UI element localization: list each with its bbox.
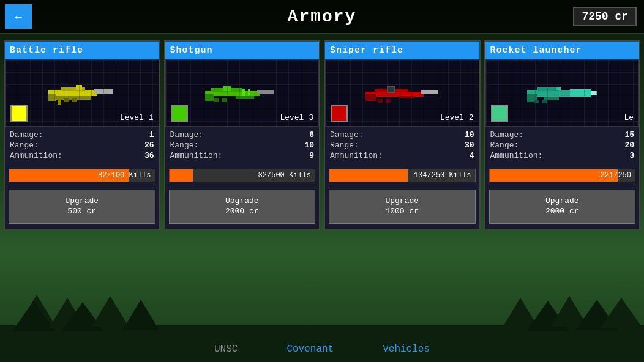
svg-rect-43: [570, 89, 591, 97]
svg-rect-47: [534, 100, 539, 103]
kills-bar-sniper: 134/250 Kills: [329, 169, 476, 182]
weapon-image-shotgun: Level 3: [165, 59, 320, 127]
level-badge-shotgun: Level 3: [280, 113, 313, 122]
color-swatch-sniper: [331, 105, 348, 122]
nav-covenant[interactable]: Covenant: [286, 344, 334, 355]
kills-fill-shotgun: [170, 169, 193, 182]
stat-range: Range: 26: [10, 141, 154, 150]
kills-text-rocket: 221/250: [601, 171, 635, 180]
stat-damage: Damage: 1: [10, 130, 154, 139]
stat-damage: Damage: 15: [490, 130, 635, 139]
card-header-battle-rifle: Battle rifle: [5, 42, 159, 59]
stats-rocket: Damage: 15 Range: 20 Ammunition: 3: [485, 127, 640, 165]
stats-battle-rifle: Damage: 1 Range: 26 Ammunition: 36: [5, 127, 159, 165]
rocket-sprite: [522, 76, 602, 110]
svg-rect-46: [544, 97, 559, 100]
svg-rect-30: [248, 89, 250, 95]
shotgun-sprite: [202, 76, 282, 110]
svg-rect-39: [378, 99, 383, 103]
weapon-image-sniper: Level 2: [325, 59, 479, 127]
svg-rect-33: [421, 90, 438, 94]
svg-rect-27: [214, 98, 219, 102]
svg-rect-45: [527, 94, 537, 102]
svg-rect-24: [205, 94, 214, 101]
currency-display: 7250 cr: [573, 7, 637, 26]
svg-rect-38: [388, 87, 394, 92]
back-button[interactable]: ←: [5, 4, 32, 29]
card-header-shotgun: Shotgun: [165, 42, 320, 59]
svg-rect-41: [527, 90, 570, 97]
svg-rect-37: [387, 86, 395, 93]
svg-rect-28: [222, 98, 227, 102]
kills-text-sniper: 134/250 Kills: [414, 171, 475, 180]
svg-rect-44: [591, 91, 597, 95]
svg-rect-15: [94, 89, 113, 94]
level-badge-battle-rifle: Level 1: [120, 113, 154, 122]
kills-bar-shotgun: 82/500 Kills: [169, 169, 316, 182]
svg-rect-19: [72, 98, 77, 102]
color-swatch-battle-rifle: [10, 105, 28, 122]
card-header-rocket: Rocket launcher: [485, 42, 640, 59]
header: ← Armory 7250 cr: [0, 0, 644, 34]
svg-rect-32: [375, 89, 408, 92]
stat-range: Range: 20: [490, 141, 635, 150]
svg-rect-29: [242, 89, 245, 96]
weapon-card-sniper: Sniper rifle Level 2 Damage:: [324, 40, 481, 230]
svg-marker-6: [122, 300, 159, 330]
upgrade-button-sniper[interactable]: Upgrade 1000 cr: [329, 190, 476, 224]
svg-marker-5: [92, 296, 129, 327]
svg-rect-36: [399, 96, 414, 98]
stat-damage: Damage: 6: [170, 130, 315, 139]
kills-bar-rocket: 221/250: [489, 169, 636, 182]
upgrade-button-rocket[interactable]: Upgrade 2000 cr: [489, 190, 636, 224]
stats-sniper: Damage: 10 Range: 30 Ammunition: 4: [325, 127, 479, 165]
svg-rect-26: [236, 96, 254, 99]
svg-rect-49: [556, 87, 561, 90]
upgrade-button-battle-rifle[interactable]: Upgrade 500 cr: [9, 190, 155, 224]
weapon-card-battle-rifle: Battle rifle Level 1 Damage: 1: [4, 40, 160, 230]
kills-fill-sniper: [329, 169, 408, 182]
svg-rect-23: [257, 90, 274, 94]
kills-bar-battle-rifle: 82/100 Kills: [9, 169, 155, 182]
page-title: Armory: [288, 7, 357, 26]
svg-rect-25: [223, 86, 231, 91]
stat-ammo: Ammunition: 3: [490, 151, 635, 160]
svg-rect-18: [64, 98, 69, 102]
svg-rect-40: [386, 99, 391, 103]
nav-unsc[interactable]: UNSC: [214, 344, 238, 355]
weapon-card-rocket: Rocket launcher Le Damage: 15: [484, 40, 641, 230]
sniper-sprite: [362, 76, 442, 110]
stat-range: Range: 10: [170, 141, 315, 150]
kills-text-battle-rifle: 82/100 Kills: [98, 171, 154, 180]
svg-rect-35: [390, 86, 395, 92]
stat-ammo: Ammunition: 4: [330, 151, 474, 160]
color-swatch-shotgun: [171, 105, 188, 122]
level-badge-sniper: Level 2: [440, 113, 474, 122]
svg-rect-16: [48, 94, 56, 101]
stat-damage: Damage: 10: [330, 130, 474, 139]
nav-vehicles[interactable]: Vehicles: [383, 344, 430, 355]
svg-rect-22: [211, 88, 242, 92]
weapon-image-rocket: Le: [485, 59, 640, 127]
svg-rect-42: [537, 87, 559, 91]
bottom-nav: UNSC Covenant Vehicles: [0, 344, 644, 355]
stat-range: Range: 30: [330, 141, 474, 150]
svg-rect-12: [48, 90, 97, 96]
svg-rect-13: [61, 87, 85, 91]
svg-rect-17: [76, 85, 82, 90]
kills-text-shotgun: 82/500 Kills: [258, 171, 315, 180]
kills-fill-rocket: [490, 169, 618, 182]
level-badge-rocket: Le: [624, 113, 634, 122]
card-header-sniper: Sniper rifle: [325, 42, 479, 59]
svg-rect-31: [365, 92, 424, 97]
svg-rect-48: [542, 100, 547, 103]
svg-rect-34: [365, 94, 376, 101]
weapons-grid: Battle rifle Level 1 Damage: 1: [0, 40, 644, 230]
svg-marker-11: [600, 298, 643, 328]
upgrade-button-shotgun[interactable]: Upgrade 2000 cr: [169, 190, 316, 224]
stat-ammo: Ammunition: 9: [170, 151, 315, 160]
weapon-card-shotgun: Shotgun Level 3 Damage: 6: [164, 40, 321, 230]
stat-ammo: Ammunition: 36: [10, 151, 154, 160]
battle-rifle-sprite: [42, 76, 122, 110]
weapon-image-battle-rifle: Level 1: [5, 59, 159, 127]
